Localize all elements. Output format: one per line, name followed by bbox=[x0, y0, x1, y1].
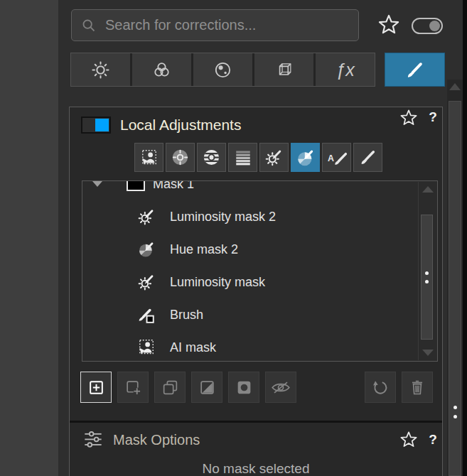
mask-item-label: Brush bbox=[170, 308, 203, 323]
duplicate-mask-button[interactable] bbox=[154, 372, 186, 403]
invert-mask-button[interactable] bbox=[191, 372, 222, 403]
mask-list-item[interactable]: Luminosity mask 2 bbox=[82, 200, 437, 233]
invert-icon bbox=[198, 379, 216, 396]
empty-state-message: No mask selected bbox=[70, 461, 442, 476]
mask-options-favorite-star-icon[interactable] bbox=[399, 431, 418, 449]
mask-options-help-icon[interactable]: ? bbox=[427, 432, 439, 448]
tool-ai-mask[interactable] bbox=[134, 143, 163, 172]
scrollbar-thumb[interactable] bbox=[449, 101, 461, 476]
tool-linear-gradient[interactable] bbox=[228, 143, 257, 172]
brush-tool-icon bbox=[359, 148, 377, 166]
sliders-icon bbox=[82, 430, 104, 450]
tool-brush[interactable] bbox=[353, 143, 382, 172]
mask-list-item[interactable]: Luminosity mask bbox=[82, 266, 437, 298]
duplicate-icon bbox=[161, 379, 179, 396]
hue-mask-icon bbox=[137, 240, 156, 259]
panel-help-icon[interactable]: ? bbox=[427, 109, 439, 125]
mask-options-title: Mask Options bbox=[113, 432, 200, 448]
mask-item-label: Hue mask 2 bbox=[170, 242, 238, 257]
mask-list-scrollbar[interactable] bbox=[418, 182, 436, 360]
mask-toolbar bbox=[80, 372, 433, 403]
mask-group-row[interactable]: Mask 1 bbox=[82, 180, 437, 200]
delete-mask-button[interactable] bbox=[402, 372, 433, 403]
search-icon bbox=[81, 18, 97, 33]
brush-mask-icon bbox=[137, 305, 156, 324]
expand-collapse-icon[interactable] bbox=[92, 181, 102, 187]
local-adjustments-panel: Local Adjustments ? Mask 1 Luminosity ma… bbox=[69, 107, 443, 476]
brush-icon bbox=[405, 60, 424, 80]
luminosity-mask-icon bbox=[264, 148, 284, 167]
favorites-filter-star-icon[interactable] bbox=[377, 13, 400, 36]
mask-options-header: Mask Options bbox=[70, 428, 442, 451]
grip-dot bbox=[453, 406, 457, 409]
tool-radial-gradient[interactable] bbox=[166, 143, 195, 172]
add-to-mask-button[interactable] bbox=[117, 372, 149, 403]
window-edge bbox=[463, 0, 467, 476]
undo-icon bbox=[371, 378, 390, 396]
luminosity-mask-icon bbox=[137, 207, 156, 226]
mask-list-content: Mask 1 Luminosity mask 2 Hue mask 2 Lumi… bbox=[82, 180, 437, 362]
panel-scrollbar[interactable] bbox=[447, 80, 463, 476]
panel-header: Local Adjustments bbox=[70, 114, 442, 136]
toggle-mask-visibility-button[interactable] bbox=[265, 372, 296, 403]
circular-gradient-icon bbox=[202, 148, 221, 167]
mask-list-item[interactable]: AI mask bbox=[82, 331, 437, 362]
correction-tabbar: ƒx bbox=[70, 53, 445, 87]
tab-detail[interactable] bbox=[191, 53, 252, 86]
new-mask-button[interactable] bbox=[80, 372, 112, 403]
grip-dot bbox=[425, 280, 429, 283]
tab-geometry[interactable] bbox=[252, 53, 313, 86]
tab-effects[interactable]: ƒx bbox=[313, 53, 375, 86]
fx-icon: ƒx bbox=[336, 60, 354, 80]
geometry-cube-icon bbox=[274, 60, 294, 80]
mask-item-label: AI mask bbox=[170, 340, 216, 355]
tool-hue-mask[interactable] bbox=[291, 143, 320, 172]
reset-button[interactable] bbox=[365, 372, 396, 403]
panel-favorite-star-icon[interactable] bbox=[399, 109, 418, 127]
scroll-up-arrow[interactable] bbox=[422, 186, 434, 193]
tab-color[interactable] bbox=[130, 53, 191, 86]
luminosity-mask-icon bbox=[137, 273, 156, 291]
mask-tool-row bbox=[134, 143, 382, 172]
mask-thumbnail bbox=[127, 180, 145, 191]
scroll-down-arrow[interactable] bbox=[422, 350, 434, 356]
toggle-on-indicator bbox=[95, 119, 109, 131]
mask-item-label: Luminosity mask bbox=[170, 275, 265, 290]
plus-square-icon bbox=[87, 379, 105, 396]
grip-dot bbox=[453, 415, 457, 418]
tool-auto-mask[interactable] bbox=[322, 143, 351, 172]
tool-luminosity-mask[interactable] bbox=[259, 143, 289, 172]
scrollbar-thumb[interactable] bbox=[421, 215, 433, 340]
tab-local-adjustments[interactable] bbox=[385, 53, 445, 87]
grip-dots bbox=[449, 406, 461, 418]
radial-gradient-icon bbox=[171, 148, 190, 167]
detail-lens-icon bbox=[213, 60, 232, 80]
search-input[interactable] bbox=[104, 16, 341, 34]
grip-dot bbox=[425, 271, 429, 275]
search-box[interactable] bbox=[71, 9, 359, 41]
auto-mask-icon bbox=[327, 148, 347, 167]
tab-light[interactable] bbox=[71, 53, 130, 86]
mask-list-item[interactable]: Brush bbox=[82, 298, 437, 331]
ai-mask-icon bbox=[137, 338, 156, 357]
eye-slash-icon bbox=[270, 378, 291, 397]
mask-list: Mask 1 Luminosity mask 2 Hue mask 2 Lumi… bbox=[82, 180, 438, 362]
local-adjustments-enable-toggle[interactable] bbox=[81, 117, 111, 134]
tool-circular-gradient[interactable] bbox=[197, 143, 226, 172]
circle-square-icon bbox=[235, 379, 253, 396]
mask-item-label: Luminosity mask 2 bbox=[170, 210, 276, 225]
scroll-up-arrow[interactable] bbox=[449, 83, 461, 90]
left-dock-strip bbox=[0, 0, 58, 476]
light-sun-icon bbox=[91, 60, 110, 80]
panel-mode-toggle[interactable] bbox=[412, 18, 443, 34]
section-separator bbox=[70, 421, 442, 423]
trash-icon bbox=[408, 378, 426, 396]
mask-list-item[interactable]: Hue mask 2 bbox=[82, 233, 437, 266]
color-circles-icon bbox=[152, 60, 171, 80]
tab-group: ƒx bbox=[70, 53, 375, 87]
add-mask-icon bbox=[124, 379, 142, 396]
panel-title: Local Adjustments bbox=[120, 117, 241, 134]
fill-mask-button[interactable] bbox=[228, 372, 259, 403]
toggle-knob bbox=[429, 21, 440, 31]
ai-mask-icon bbox=[140, 148, 159, 167]
